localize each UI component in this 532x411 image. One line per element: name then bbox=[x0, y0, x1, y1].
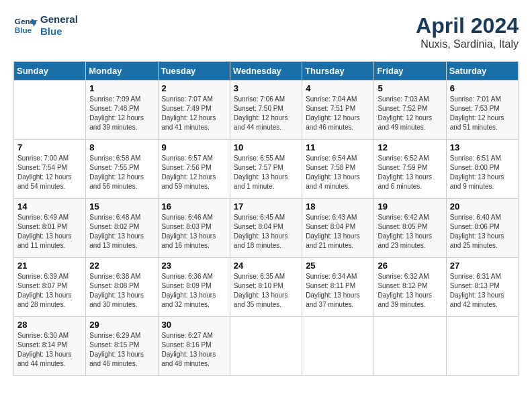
calendar-cell: 9Sunrise: 6:57 AMSunset: 7:56 PMDaylight… bbox=[158, 140, 230, 199]
calendar-cell: 30Sunrise: 6:27 AMSunset: 8:16 PMDayligh… bbox=[158, 317, 230, 376]
calendar-cell: 17Sunrise: 6:45 AMSunset: 8:04 PMDayligh… bbox=[230, 199, 302, 258]
weekday-header-wednesday: Wednesday bbox=[230, 62, 302, 81]
day-info: Sunrise: 6:35 AMSunset: 8:10 PMDaylight:… bbox=[234, 272, 298, 310]
day-info: Sunrise: 7:01 AMSunset: 7:53 PMDaylight:… bbox=[450, 95, 515, 132]
calendar-cell: 23Sunrise: 6:36 AMSunset: 8:09 PMDayligh… bbox=[158, 258, 230, 317]
calendar-cell: 5Sunrise: 7:03 AMSunset: 7:52 PMDaylight… bbox=[374, 81, 446, 140]
calendar-cell: 14Sunrise: 6:49 AMSunset: 8:01 PMDayligh… bbox=[14, 199, 86, 258]
day-info: Sunrise: 7:09 AMSunset: 7:48 PMDaylight:… bbox=[89, 95, 154, 132]
day-number: 8 bbox=[89, 142, 154, 152]
day-info: Sunrise: 6:54 AMSunset: 7:58 PMDaylight:… bbox=[306, 154, 370, 191]
day-info: Sunrise: 7:00 AMSunset: 7:54 PMDaylight:… bbox=[17, 154, 82, 191]
calendar-cell: 12Sunrise: 6:52 AMSunset: 7:59 PMDayligh… bbox=[374, 140, 446, 199]
day-info: Sunrise: 6:42 AMSunset: 8:05 PMDaylight:… bbox=[378, 213, 442, 250]
calendar-cell: 16Sunrise: 6:46 AMSunset: 8:03 PMDayligh… bbox=[158, 199, 230, 258]
calendar-cell: 13Sunrise: 6:51 AMSunset: 8:00 PMDayligh… bbox=[446, 140, 518, 199]
calendar-cell: 4Sunrise: 7:04 AMSunset: 7:51 PMDaylight… bbox=[302, 81, 374, 140]
day-number: 21 bbox=[17, 261, 82, 271]
day-number: 22 bbox=[89, 261, 154, 271]
page-header: General Blue General Blue April 2024 Nux… bbox=[13, 13, 519, 50]
day-info: Sunrise: 6:49 AMSunset: 8:01 PMDaylight:… bbox=[17, 213, 82, 250]
day-number: 1 bbox=[89, 83, 154, 93]
day-number: 24 bbox=[234, 261, 298, 271]
calendar-body: 1Sunrise: 7:09 AMSunset: 7:48 PMDaylight… bbox=[14, 81, 519, 376]
day-number: 9 bbox=[162, 142, 226, 152]
day-info: Sunrise: 6:31 AMSunset: 8:13 PMDaylight:… bbox=[450, 272, 515, 310]
calendar-week-4: 21Sunrise: 6:39 AMSunset: 8:07 PMDayligh… bbox=[14, 258, 519, 317]
day-info: Sunrise: 6:34 AMSunset: 8:11 PMDaylight:… bbox=[306, 272, 370, 310]
calendar-cell bbox=[230, 317, 302, 376]
calendar-cell: 15Sunrise: 6:48 AMSunset: 8:02 PMDayligh… bbox=[86, 199, 158, 258]
day-info: Sunrise: 6:27 AMSunset: 8:16 PMDaylight:… bbox=[162, 331, 226, 369]
calendar-cell: 27Sunrise: 6:31 AMSunset: 8:13 PMDayligh… bbox=[446, 258, 518, 317]
calendar-cell: 20Sunrise: 6:40 AMSunset: 8:06 PMDayligh… bbox=[446, 199, 518, 258]
calendar-cell: 2Sunrise: 7:07 AMSunset: 7:49 PMDaylight… bbox=[158, 81, 230, 140]
day-info: Sunrise: 6:32 AMSunset: 8:12 PMDaylight:… bbox=[378, 272, 442, 310]
weekday-header-tuesday: Tuesday bbox=[158, 62, 230, 81]
day-number: 27 bbox=[450, 261, 515, 271]
calendar-cell: 8Sunrise: 6:58 AMSunset: 7:55 PMDaylight… bbox=[86, 140, 158, 199]
logo: General Blue General Blue bbox=[13, 13, 78, 38]
day-number: 11 bbox=[306, 142, 370, 152]
calendar-cell: 11Sunrise: 6:54 AMSunset: 7:58 PMDayligh… bbox=[302, 140, 374, 199]
day-info: Sunrise: 6:38 AMSunset: 8:08 PMDaylight:… bbox=[89, 272, 154, 310]
calendar-cell: 18Sunrise: 6:43 AMSunset: 8:04 PMDayligh… bbox=[302, 199, 374, 258]
day-info: Sunrise: 6:39 AMSunset: 8:07 PMDaylight:… bbox=[17, 272, 82, 310]
day-number: 28 bbox=[17, 320, 82, 330]
day-info: Sunrise: 6:55 AMSunset: 7:57 PMDaylight:… bbox=[234, 154, 298, 191]
calendar-week-1: 1Sunrise: 7:09 AMSunset: 7:48 PMDaylight… bbox=[14, 81, 519, 140]
calendar-cell bbox=[374, 317, 446, 376]
day-info: Sunrise: 6:29 AMSunset: 8:15 PMDaylight:… bbox=[89, 331, 154, 369]
day-info: Sunrise: 7:06 AMSunset: 7:50 PMDaylight:… bbox=[234, 95, 298, 132]
day-info: Sunrise: 6:45 AMSunset: 8:04 PMDaylight:… bbox=[234, 213, 298, 250]
day-info: Sunrise: 7:07 AMSunset: 7:49 PMDaylight:… bbox=[162, 95, 226, 132]
day-number: 25 bbox=[306, 261, 370, 271]
calendar-cell: 19Sunrise: 6:42 AMSunset: 8:05 PMDayligh… bbox=[374, 199, 446, 258]
day-info: Sunrise: 6:43 AMSunset: 8:04 PMDaylight:… bbox=[306, 213, 370, 250]
day-number: 30 bbox=[162, 320, 226, 330]
day-number: 13 bbox=[450, 142, 515, 152]
day-number: 5 bbox=[378, 83, 442, 93]
day-number: 12 bbox=[378, 142, 442, 152]
day-info: Sunrise: 7:04 AMSunset: 7:51 PMDaylight:… bbox=[306, 95, 370, 132]
calendar-cell: 21Sunrise: 6:39 AMSunset: 8:07 PMDayligh… bbox=[14, 258, 86, 317]
calendar-cell bbox=[446, 317, 518, 376]
day-number: 4 bbox=[306, 83, 370, 93]
weekday-header-thursday: Thursday bbox=[302, 62, 374, 81]
calendar-cell: 6Sunrise: 7:01 AMSunset: 7:53 PMDaylight… bbox=[446, 81, 518, 140]
calendar-cell: 26Sunrise: 6:32 AMSunset: 8:12 PMDayligh… bbox=[374, 258, 446, 317]
day-number: 7 bbox=[17, 142, 82, 152]
location: Nuxis, Sardinia, Italy bbox=[416, 38, 519, 50]
month-title: April 2024 bbox=[416, 13, 519, 38]
calendar-header-row: SundayMondayTuesdayWednesdayThursdayFrid… bbox=[14, 62, 519, 81]
calendar-week-2: 7Sunrise: 7:00 AMSunset: 7:54 PMDaylight… bbox=[14, 140, 519, 199]
weekday-header-sunday: Sunday bbox=[14, 62, 86, 81]
weekday-header-saturday: Saturday bbox=[446, 62, 518, 81]
calendar-cell: 24Sunrise: 6:35 AMSunset: 8:10 PMDayligh… bbox=[230, 258, 302, 317]
day-number: 23 bbox=[162, 261, 226, 271]
day-number: 6 bbox=[450, 83, 515, 93]
calendar-cell: 25Sunrise: 6:34 AMSunset: 8:11 PMDayligh… bbox=[302, 258, 374, 317]
weekday-header-monday: Monday bbox=[86, 62, 158, 81]
day-info: Sunrise: 6:40 AMSunset: 8:06 PMDaylight:… bbox=[450, 213, 515, 250]
day-number: 3 bbox=[234, 83, 298, 93]
calendar-cell bbox=[14, 81, 86, 140]
weekday-header-friday: Friday bbox=[374, 62, 446, 81]
day-info: Sunrise: 6:46 AMSunset: 8:03 PMDaylight:… bbox=[162, 213, 226, 250]
logo-blue: Blue bbox=[40, 26, 78, 38]
calendar-cell: 3Sunrise: 7:06 AMSunset: 7:50 PMDaylight… bbox=[230, 81, 302, 140]
day-number: 19 bbox=[378, 201, 442, 212]
day-number: 14 bbox=[17, 201, 82, 212]
title-block: April 2024 Nuxis, Sardinia, Italy bbox=[416, 13, 519, 50]
calendar-table: SundayMondayTuesdayWednesdayThursdayFrid… bbox=[13, 61, 519, 376]
day-info: Sunrise: 6:57 AMSunset: 7:56 PMDaylight:… bbox=[162, 154, 226, 191]
day-number: 15 bbox=[89, 201, 154, 212]
day-number: 2 bbox=[162, 83, 226, 93]
day-number: 18 bbox=[306, 201, 370, 212]
calendar-week-3: 14Sunrise: 6:49 AMSunset: 8:01 PMDayligh… bbox=[14, 199, 519, 258]
day-number: 17 bbox=[234, 201, 298, 212]
day-info: Sunrise: 6:51 AMSunset: 8:00 PMDaylight:… bbox=[450, 154, 515, 191]
day-number: 20 bbox=[450, 201, 515, 212]
svg-text:Blue: Blue bbox=[15, 26, 32, 34]
calendar-cell: 10Sunrise: 6:55 AMSunset: 7:57 PMDayligh… bbox=[230, 140, 302, 199]
